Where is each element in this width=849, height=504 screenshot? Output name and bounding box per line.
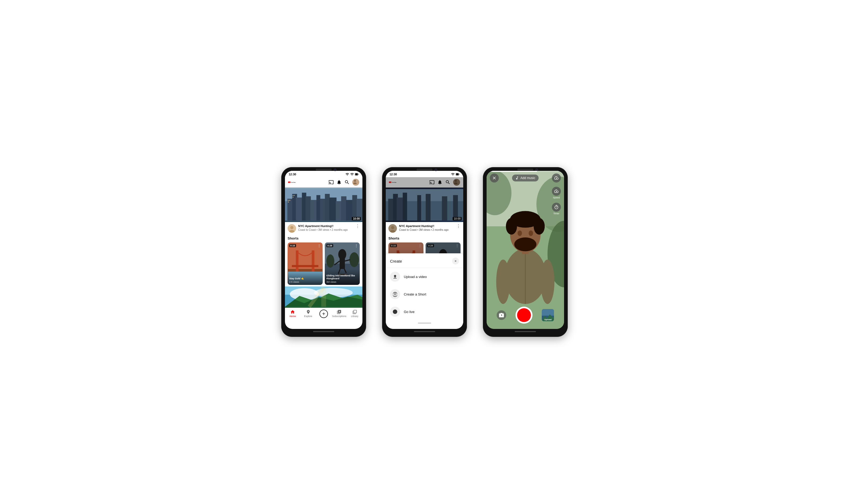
phone-speaker-1 bbox=[316, 169, 332, 170]
svg-point-33 bbox=[290, 226, 293, 229]
phone-speaker-2 bbox=[417, 169, 432, 170]
create-menu-title: Create bbox=[390, 259, 402, 264]
short-time-3: 0:15 bbox=[390, 244, 397, 247]
upload-label-cam: Upload bbox=[542, 318, 554, 321]
svg-rect-80 bbox=[442, 196, 447, 220]
short-label-1: Stay Gold 🤙 2.5 views bbox=[288, 272, 323, 285]
music-note-icon bbox=[515, 176, 519, 180]
phone-3: Add music Speed bbox=[483, 167, 568, 337]
avatar-2 bbox=[453, 179, 460, 186]
landscape-thumb-1[interactable] bbox=[285, 287, 362, 308]
bottom-nav-1: Home Explore + Subscriptions Library bbox=[285, 308, 362, 319]
video-info-1: NYC Apartment Hunting!! Coast to Coast •… bbox=[285, 222, 362, 235]
video-meta-2: NYC Apartment Hunting!! Coast to Coast •… bbox=[399, 224, 454, 231]
svg-point-106 bbox=[506, 218, 517, 235]
svg-point-70 bbox=[455, 180, 457, 182]
phone-screen-1: 12:30 YouTube bbox=[285, 171, 362, 329]
status-time-1: 12:30 bbox=[289, 173, 296, 176]
video-meta-1: NYC Apartment Hunting!! Coast to Coast •… bbox=[298, 224, 354, 231]
video-more-2: ⋮ bbox=[456, 224, 460, 228]
avatar-1[interactable] bbox=[353, 179, 359, 186]
phone-2: 12:30 YouTube bbox=[382, 167, 467, 337]
video-thumb-2: 10:00 bbox=[386, 187, 463, 222]
close-icon bbox=[492, 176, 496, 180]
nav-explore-label-1: Explore bbox=[304, 315, 312, 318]
video-title-1: NYC Apartment Hunting!! bbox=[298, 224, 354, 228]
create-menu-live[interactable]: Go live bbox=[386, 303, 463, 321]
short-more-2[interactable]: ⋮ bbox=[355, 244, 358, 248]
upload-label: Upload a video bbox=[404, 275, 427, 279]
create-close-button[interactable]: × bbox=[452, 257, 459, 265]
nyc-scene-2 bbox=[386, 187, 463, 222]
video-more-1[interactable]: ⋮ bbox=[356, 224, 360, 228]
nav-home-1[interactable]: Home bbox=[285, 309, 300, 318]
short-label-2: Gliding into weekend like #longboard 3M … bbox=[325, 269, 360, 285]
short-label-views-1: 2.5 views bbox=[289, 281, 321, 283]
create-menu-short[interactable]: Create a Short bbox=[386, 285, 463, 303]
yt-logo-2: YouTube bbox=[389, 180, 429, 185]
add-music-button[interactable]: Add music bbox=[512, 175, 538, 181]
camera-right-tools: Speed Timer bbox=[552, 187, 561, 215]
svg-rect-16 bbox=[310, 200, 317, 221]
status-bar-1: 12:30 bbox=[285, 171, 362, 177]
video-sub-2: Coast to Coast • 3M views • 2 months ago bbox=[399, 228, 454, 231]
flip-camera-button[interactable] bbox=[496, 310, 506, 320]
speed-button[interactable] bbox=[552, 174, 561, 182]
phone-speaker-3 bbox=[517, 169, 533, 170]
camera-bottom-controls: Upload bbox=[487, 307, 564, 324]
svg-point-109 bbox=[518, 231, 522, 236]
camera-close-button[interactable] bbox=[490, 174, 499, 182]
nav-subscriptions-1[interactable]: Subscriptions bbox=[331, 309, 347, 318]
phone-bottom-bar-2 bbox=[414, 331, 435, 332]
speed-label: Speed bbox=[553, 196, 560, 199]
search-icon-1[interactable] bbox=[344, 180, 350, 185]
shorts-row-1: 0:15 ⋮ Stay Gold 🤙 2.5 views bbox=[288, 242, 360, 285]
short-card-2[interactable]: 0:28 ⋮ Gliding into weekend like #longbo… bbox=[325, 242, 360, 285]
create-menu-upload[interactable]: Upload a video bbox=[386, 268, 463, 285]
landscape-scene bbox=[285, 287, 362, 308]
short-icon-circle bbox=[390, 289, 400, 299]
cast-icon-1[interactable] bbox=[328, 180, 334, 185]
short-more-1[interactable]: ⋮ bbox=[317, 244, 321, 248]
svg-rect-17 bbox=[317, 195, 321, 221]
upload-icon bbox=[392, 274, 398, 279]
nav-create-circle-1: + bbox=[320, 309, 328, 318]
video-title-2: NYC Apartment Hunting!! bbox=[399, 224, 454, 228]
short-label-views-2: 3M views bbox=[326, 281, 358, 283]
status-time-2: 12:30 bbox=[390, 173, 397, 176]
timer-tool-button[interactable] bbox=[552, 203, 561, 212]
short-time-4: 0:28 bbox=[427, 244, 434, 247]
yt-logo-1: YouTube bbox=[288, 180, 328, 185]
camera-screen: Add music Speed bbox=[487, 171, 564, 329]
svg-text:YouTube: YouTube bbox=[291, 182, 295, 183]
svg-point-83 bbox=[391, 226, 394, 229]
svg-rect-26 bbox=[288, 200, 289, 201]
video-info-2: NYC Apartment Hunting!! Coast to Coast •… bbox=[386, 222, 463, 235]
live-label: Go live bbox=[404, 310, 414, 314]
nyc-scene bbox=[285, 187, 362, 222]
svg-rect-38 bbox=[296, 250, 299, 272]
svg-rect-20 bbox=[329, 198, 337, 221]
upload-icon-circle bbox=[390, 272, 400, 282]
nav-explore-1[interactable]: Explore bbox=[300, 309, 316, 318]
record-button[interactable] bbox=[516, 307, 532, 324]
camera-progress-bar bbox=[487, 171, 564, 172]
speed-tool-button[interactable] bbox=[552, 187, 561, 196]
svg-point-44 bbox=[326, 254, 334, 268]
search-icon-2 bbox=[445, 180, 451, 185]
svg-rect-19 bbox=[325, 194, 330, 220]
svg-rect-1 bbox=[355, 174, 357, 175]
nav-create-1[interactable]: + bbox=[316, 309, 331, 318]
svg-point-110 bbox=[529, 231, 533, 236]
short-card-1[interactable]: 0:15 ⋮ Stay Gold 🤙 2.5 views bbox=[288, 242, 323, 285]
video-thumb-1[interactable]: 10:00 bbox=[285, 187, 362, 222]
battery-icon bbox=[355, 173, 359, 176]
camera-top-bar: Add music bbox=[487, 171, 564, 185]
short-label-title-1: Stay Gold 🤙 bbox=[289, 277, 321, 281]
nav-subs-label-1: Subscriptions bbox=[332, 315, 346, 318]
upload-thumbnail[interactable]: Upload bbox=[542, 309, 554, 321]
bell-icon-1[interactable] bbox=[337, 180, 342, 185]
speedometer-icon bbox=[554, 189, 559, 194]
nav-library-1[interactable]: Library bbox=[347, 309, 362, 318]
svg-point-112 bbox=[496, 260, 510, 304]
